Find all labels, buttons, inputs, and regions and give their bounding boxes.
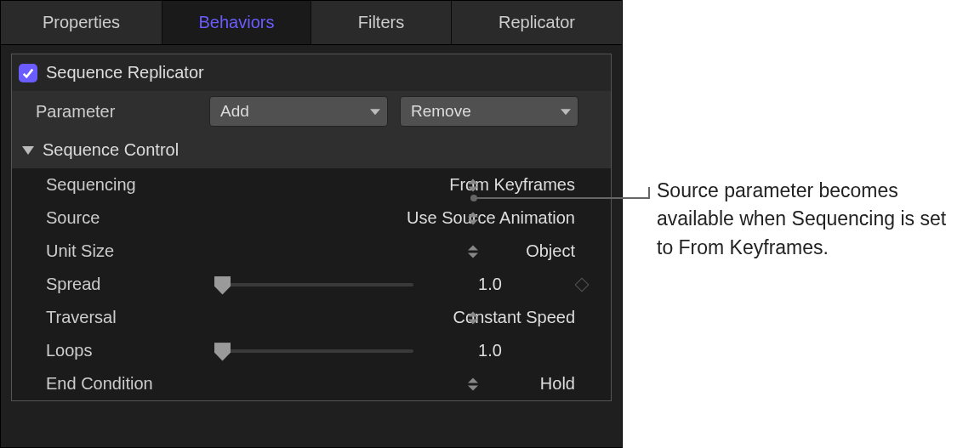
traversal-label: Traversal [46,308,216,327]
spread-row: Spread 1.0 [12,268,611,301]
source-value[interactable]: Use Source Animation [216,208,601,228]
loops-value[interactable]: 1.0 [439,341,541,360]
disclosure-triangle-icon [22,146,34,155]
source-stepper[interactable] [468,212,478,224]
chevron-down-icon [370,109,380,115]
tab-replicator[interactable]: Replicator [452,1,622,44]
slider-thumb-icon[interactable] [214,343,231,361]
sequencing-stepper[interactable] [468,179,478,191]
traversal-row: Traversal Constant Speed [12,301,611,334]
end-condition-label: End Condition [46,374,216,394]
unit-size-stepper[interactable] [468,245,478,258]
tab-filters[interactable]: Filters [311,1,452,44]
parameter-row: Parameter Add Remove [12,91,611,132]
tab-behaviors[interactable]: Behaviors [162,1,311,44]
end-condition-value[interactable]: Hold [216,374,601,394]
parameter-remove-label: Remove [411,102,471,121]
source-row: Source Use Source Animation [12,201,611,235]
behavior-title-row: Sequence Replicator [12,54,611,91]
parameter-add-label: Add [220,102,249,121]
unit-size-label: Unit Size [46,241,216,261]
chevron-down-icon [561,109,571,115]
source-label: Source [46,208,216,228]
annotation-callout: Source parameter becomes available when … [623,0,980,448]
sequence-control-header[interactable]: Sequence Control [12,132,611,168]
leader-line [470,197,649,199]
loops-row: Loops 1.0 [12,334,611,367]
parameter-label: Parameter [36,102,197,122]
end-condition-stepper[interactable] [468,377,478,390]
unit-size-value[interactable]: Object [216,241,601,261]
spread-value[interactable]: 1.0 [439,275,541,294]
callout-text: Source parameter becomes available when … [657,177,954,262]
loops-slider[interactable] [216,342,413,360]
sequencing-label: Sequencing [46,175,216,195]
tab-properties[interactable]: Properties [1,1,162,44]
loops-label: Loops [46,341,216,360]
tab-bar: Properties Behaviors Filters Replicator [1,1,622,45]
parameter-add-dropdown[interactable]: Add [209,96,388,127]
spread-slider[interactable] [216,275,413,294]
end-condition-row: End Condition Hold [12,367,611,400]
keyframe-diamond-icon[interactable] [575,277,590,292]
traversal-stepper[interactable] [468,311,478,324]
sequencing-value[interactable]: From Keyframes [216,175,601,195]
behavior-frame: Sequence Replicator Parameter Add Remove… [11,54,612,401]
sequence-control-label: Sequence Control [43,140,179,160]
inspector-panel: Properties Behaviors Filters Replicator … [0,0,623,448]
parameter-remove-dropdown[interactable]: Remove [400,96,578,127]
slider-thumb-icon[interactable] [214,276,231,295]
spread-label: Spread [46,275,216,294]
enable-checkbox[interactable] [19,64,37,82]
behavior-title: Sequence Replicator [46,63,204,82]
traversal-value[interactable]: Constant Speed [216,308,601,327]
unit-size-row: Unit Size Object [12,235,611,268]
